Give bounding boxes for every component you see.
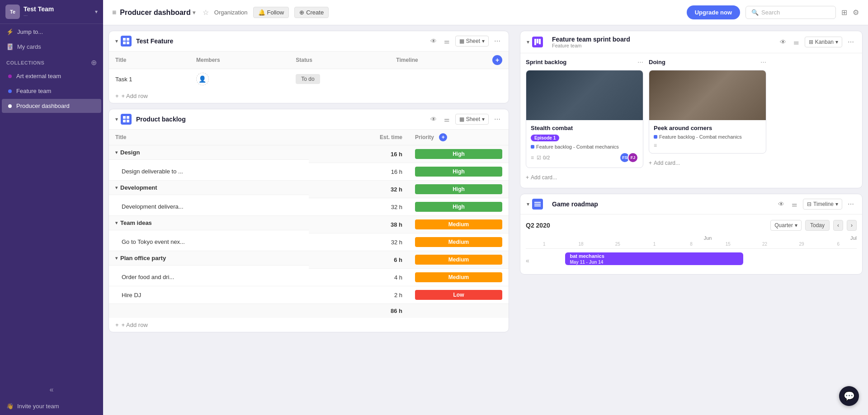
design-row-est: 16 h — [309, 163, 409, 181]
roadmap-collapse-icon[interactable]: ▾ — [527, 201, 529, 207]
sidebar-item-feature-team[interactable]: Feature team — [2, 84, 101, 98]
sprint-kanban-view-button[interactable]: ⊞ Kanban ▾ — [805, 37, 842, 47]
dev-est-cell: 32 h — [309, 181, 409, 198]
product-backlog-sheet-button[interactable]: ▦ Sheet ▾ — [455, 114, 489, 125]
roadmap-more-icon[interactable]: ⋯ — [846, 200, 856, 209]
feature-dot — [531, 145, 534, 149]
add-pb-col-button[interactable]: + — [439, 133, 447, 141]
add-column-button[interactable]: + — [492, 55, 502, 65]
table-row: ▾ Design 16 h High — [109, 145, 509, 163]
date-1: 1 — [526, 242, 562, 247]
col-add[interactable]: + — [484, 51, 509, 69]
timeline-next-button[interactable]: › — [847, 220, 857, 231]
create-button[interactable]: ⊕ Create — [294, 7, 329, 18]
sprint-collapse-icon[interactable]: ▾ — [527, 39, 529, 45]
product-backlog-filter-icon[interactable]: ⚌ — [442, 115, 452, 124]
sidebar-item-art-external-team[interactable]: Art external team — [2, 69, 101, 83]
table-row: Development delivera... 32 h High — [109, 198, 509, 216]
roadmap-header-actions: 👁 ⚌ ⊟ Timeline ▾ ⋯ — [776, 199, 856, 210]
roadmap-timeline-view-button[interactable]: ⊟ Timeline ▾ — [803, 199, 842, 210]
test-feature-more-icon[interactable]: ⋯ — [492, 37, 502, 46]
doing-add-card-label: Add card... — [654, 160, 680, 166]
svg-rect-12 — [534, 204, 541, 205]
test-feature-eye-icon[interactable]: 👁 — [429, 37, 439, 46]
team-ideas-priority-cell: Medium — [409, 216, 509, 233]
timeline-icon: ⊟ — [807, 201, 811, 207]
sidebar-header[interactable]: Te Test Team ··· ▾ — [0, 0, 103, 24]
plan-party-collapse-icon[interactable]: ▾ — [115, 256, 118, 261]
settings-icon[interactable]: ⚙ — [853, 8, 859, 17]
invite-team-label: Invite your team — [17, 403, 59, 410]
org-link[interactable]: Organization — [214, 9, 248, 16]
test-feature-add-row-button[interactable]: + + Add row — [109, 89, 509, 103]
main-content: ≡ Producer dashboard ▾ ☆ Organization 🔔 … — [103, 0, 868, 415]
quarter-selector-button[interactable]: Quarter ▾ — [770, 220, 802, 231]
test-feature-sheet-button[interactable]: ▦ Sheet ▾ — [455, 36, 489, 47]
title-chevron-icon: ▾ — [193, 9, 195, 16]
roadmap-filter-icon[interactable]: ⚌ — [790, 200, 799, 209]
peek-corners-body: Peek around corners Feature backlog - Co… — [649, 120, 766, 153]
doing-add-card-button[interactable]: + Add card... — [649, 158, 766, 168]
dev-row-priority: High — [409, 198, 509, 216]
timeline-prev-button[interactable]: ‹ — [833, 220, 843, 231]
timeline-body: Q2 2020 Quarter ▾ Today ‹ › — [520, 214, 862, 274]
add-card-icon: + — [526, 174, 529, 181]
date-jul6: 6 — [820, 242, 857, 247]
order-food-badge: Medium — [415, 272, 502, 282]
svg-rect-10 — [539, 39, 541, 44]
invite-team-button[interactable]: 👋 Invite your team — [6, 403, 97, 410]
timeline-month-labels: Jun Jul — [526, 235, 857, 241]
product-backlog-add-row-button[interactable]: + + Add row — [109, 318, 509, 332]
dev-group-collapse-icon[interactable]: ▾ — [115, 185, 118, 190]
team-ideas-collapse-icon[interactable]: ▾ — [115, 220, 118, 225]
upgrade-button[interactable]: Upgrade now — [687, 5, 740, 19]
my-cards-button[interactable]: 🃏 My cards — [0, 40, 103, 54]
today-button[interactable]: Today — [805, 220, 830, 231]
add-row-icon: + — [115, 93, 119, 99]
sprint-more-icon[interactable]: ⋯ — [846, 37, 856, 47]
doing-more-icon[interactable]: ⋯ — [760, 59, 766, 65]
test-feature-filter-icon[interactable]: ⚌ — [442, 37, 452, 46]
sidebar-item-producer-dashboard[interactable]: Producer dashboard — [2, 99, 101, 113]
product-backlog-more-icon[interactable]: ⋯ — [492, 115, 502, 124]
member-avatar-placeholder: 👤 — [196, 73, 209, 85]
test-feature-collapse-icon[interactable]: ▾ — [115, 38, 118, 44]
sprint-filter-icon[interactable]: ⚌ — [792, 37, 801, 47]
date-8: 8 — [673, 242, 709, 247]
checkbox-icon: ☑ — [537, 155, 541, 161]
svg-rect-1 — [127, 38, 129, 41]
design-group-collapse-icon[interactable]: ▾ — [115, 150, 118, 155]
table-row: Design deliverable to ... 16 h High — [109, 163, 509, 181]
sprint-backlog-add-card-button[interactable]: + Add card... — [526, 173, 643, 182]
add-collection-icon[interactable]: ⊕ — [91, 58, 97, 67]
order-food-priority: Medium — [409, 269, 509, 286]
add-card-label: Add card... — [531, 174, 557, 181]
stealth-combat-body: Stealth combat Episode 1 Feature backlog… — [526, 120, 643, 168]
plan-party-priority-badge: Medium — [415, 255, 502, 265]
plus-icon: ⊕ — [299, 9, 304, 16]
chat-bubble-button[interactable]: 💬 — [839, 386, 859, 406]
peek-corners-title: Peek around corners — [654, 125, 761, 131]
total-est: 86 h — [309, 304, 409, 318]
sprint-backlog-more-icon[interactable]: ⋯ — [637, 59, 643, 65]
search-box[interactable]: 🔍 Search — [745, 6, 836, 19]
chat-icon: 💬 — [844, 391, 855, 401]
sidebar-collapse-button[interactable]: « — [0, 382, 103, 397]
timeline-collapse-left-icon[interactable]: « — [526, 257, 529, 264]
sprint-eye-icon[interactable]: 👁 — [778, 37, 788, 47]
sprint-header-actions: 👁 ⚌ ⊞ Kanban ▾ ⋯ — [778, 37, 856, 47]
bell-icon: 🔔 — [258, 9, 265, 16]
follow-button[interactable]: 🔔 Follow — [253, 7, 289, 18]
jump-to-button[interactable]: ⚡ Jump to... — [0, 24, 103, 40]
product-backlog-collapse-icon[interactable]: ▾ — [115, 116, 118, 122]
product-backlog-eye-icon[interactable]: 👁 — [429, 115, 439, 124]
star-icon[interactable]: ☆ — [203, 8, 209, 17]
peek-feature-tag-label: Feature backlog - Combat mechanics — [659, 134, 742, 140]
layout-icon[interactable]: ⊞ — [841, 8, 847, 17]
doing-title: Doing — [649, 59, 665, 65]
col-title: Title — [109, 51, 190, 69]
timeline-bar[interactable]: bat mechanics May 11 - Jun 14 — [565, 252, 743, 265]
sprint-title-area: Feature team sprint board Feature team — [552, 36, 630, 48]
roadmap-eye-icon[interactable]: 👁 — [776, 200, 786, 209]
add-pb-column-icon[interactable]: + — [437, 134, 447, 140]
